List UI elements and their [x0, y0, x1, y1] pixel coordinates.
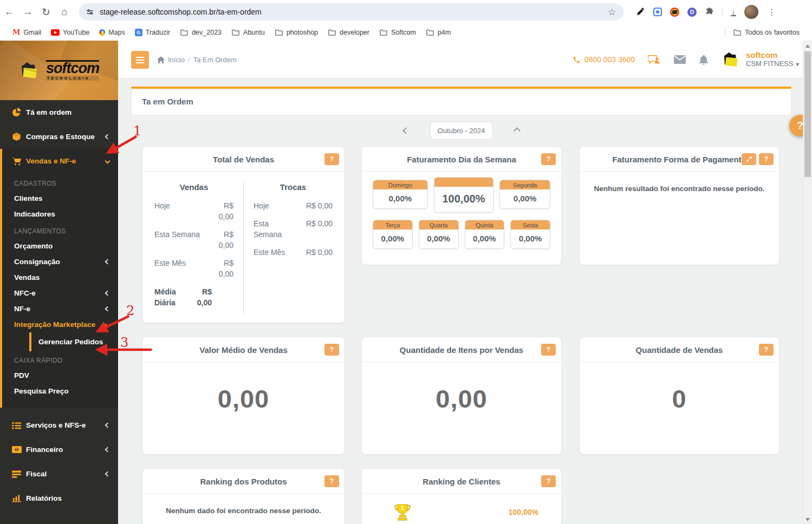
- page-panel-header: Ta em Ordem: [131, 87, 791, 115]
- day-tile-terca: Terça 0,00%: [373, 220, 413, 249]
- document-rows-icon: [12, 470, 26, 478]
- chat-support-icon[interactable]: [648, 54, 661, 65]
- browser-menu-icon[interactable]: ⋮: [768, 7, 776, 17]
- breadcrumb-separator: /: [188, 56, 190, 64]
- url-text[interactable]: stage-release.softcomshop.com.br/ta-em-o…: [100, 8, 603, 16]
- help-icon[interactable]: ?: [324, 153, 339, 165]
- previous-month-icon[interactable]: [402, 127, 410, 134]
- cart-icon: [12, 157, 26, 166]
- vendas-header: Vendas: [154, 182, 233, 192]
- sidebar-item-servicos-e-nfse[interactable]: Serviços e NFS-e: [0, 413, 118, 437]
- sidebar-item-ta-em-ordem[interactable]: Tá em ordem: [0, 100, 118, 125]
- sidebar-item-indicadores[interactable]: Indicadores: [2, 206, 118, 222]
- bookmark-youtube[interactable]: YouTube: [46, 29, 94, 36]
- sidebar-logo: softcom TECNOLOGIA: [0, 41, 118, 100]
- bookmark-folder-photoshop[interactable]: photoshop: [270, 29, 323, 36]
- sidebar-item-gerenciar-pedidos[interactable]: Gerenciar Pedidos: [29, 332, 118, 351]
- scrollbar-thumb[interactable]: [804, 51, 811, 177]
- d-extension-icon[interactable]: D: [687, 8, 697, 17]
- scrollbar-up-arrow[interactable]: [805, 44, 810, 48]
- day-tile-quarta: Quarta 0,00%: [419, 220, 459, 249]
- month-selector[interactable]: Outubro - 2024: [430, 122, 493, 140]
- month-navigator: Outubro - 2024: [131, 122, 791, 140]
- sidebar-item-fiscal[interactable]: Fiscal: [0, 462, 118, 486]
- stat-row: Este MêsR$ 0,00: [254, 247, 333, 258]
- help-icon[interactable]: ?: [324, 475, 339, 487]
- sidebar-item-orcamento[interactable]: Orçamento: [2, 238, 118, 254]
- sidebar-item-integracao-marketplace[interactable]: Integração Marketplace: [2, 317, 118, 332]
- bookmark-folder-developer[interactable]: developer: [323, 29, 374, 36]
- help-icon[interactable]: ?: [324, 344, 339, 356]
- bookmark-folder-dev2023[interactable]: dev_2023: [175, 29, 226, 36]
- bookmark-folder-abuntu[interactable]: Abuntu: [226, 29, 270, 36]
- folder-icon: [231, 29, 240, 36]
- address-bar[interactable]: stage-release.softcomshop.com.br/ta-em-o…: [79, 3, 623, 21]
- bookmark-star-icon[interactable]: ☆: [608, 6, 616, 18]
- eyedropper-extension-icon[interactable]: [635, 7, 645, 17]
- all-favorites[interactable]: Todos os favoritos: [725, 29, 804, 36]
- vertical-scrollbar[interactable]: [803, 41, 812, 524]
- hamburger-menu-button[interactable]: [131, 51, 149, 69]
- phone-icon: [573, 56, 581, 64]
- bookmark-traduzir[interactable]: GTraduzir: [130, 29, 175, 36]
- downloads-icon[interactable]: ↓: [731, 8, 736, 16]
- logo-text: softcom: [46, 60, 99, 75]
- breadcrumb-home[interactable]: Início: [168, 56, 185, 64]
- sidebar-item-vendas[interactable]: Vendas: [2, 270, 118, 285]
- expand-icon[interactable]: [742, 153, 756, 165]
- folder-icon: [275, 29, 283, 36]
- sidebar-item-pesquisa-preco[interactable]: Pesquisa Preço: [2, 383, 118, 399]
- extensions-puzzle-icon[interactable]: [705, 8, 714, 17]
- support-phone[interactable]: 0800 003 3600: [573, 55, 635, 64]
- back-icon[interactable]: ←: [0, 6, 18, 18]
- site-info-icon[interactable]: [87, 10, 93, 14]
- help-icon[interactable]: ?: [541, 475, 556, 487]
- stat-row: HojeR$ 0,00: [154, 200, 233, 222]
- help-icon[interactable]: ?: [759, 153, 774, 165]
- bookmark-gmail[interactable]: MGmail: [8, 28, 46, 36]
- sidebar-item-vendas-e-nfe[interactable]: Vendas e NF-e: [2, 149, 118, 173]
- help-icon[interactable]: ?: [759, 344, 774, 356]
- stat-row: Esta SemanaR$ 0,00: [254, 218, 333, 240]
- sidebar-item-financeiro[interactable]: $ Financeiro: [0, 437, 118, 462]
- home-icon[interactable]: ⌂: [55, 6, 74, 18]
- screen-capture-extension-icon[interactable]: [653, 8, 662, 16]
- bookmark-folder-p4m[interactable]: p4m: [421, 29, 456, 36]
- vendas-column: Vendas HojeR$ 0,00 Esta SemanaR$ 0,00 Es…: [145, 180, 243, 315]
- card-faturamento-forma-pagamento: Faturamento Forma de Pagamento ? Nenhum …: [579, 146, 779, 265]
- reload-icon[interactable]: ↻: [37, 6, 55, 18]
- svg-text:1: 1: [401, 505, 404, 511]
- next-month-icon[interactable]: [514, 127, 521, 134]
- sidebar-item-consignacao[interactable]: Consignação: [2, 254, 118, 270]
- sidebar-item-clientes[interactable]: Clientes: [2, 191, 118, 206]
- sidebar-item-nfe[interactable]: NF-e: [2, 301, 118, 317]
- bell-icon[interactable]: [699, 54, 709, 65]
- metric-value: 0: [580, 362, 779, 414]
- card-ranking-dos-produtos: Ranking dos Produtos ? Nenhum dado foi e…: [142, 468, 345, 524]
- folder-icon: [180, 29, 189, 36]
- forward-icon[interactable]: →: [18, 6, 37, 18]
- mail-icon[interactable]: [674, 55, 686, 64]
- card-title: Valor Médio de Vendas: [142, 337, 345, 362]
- bookmark-folder-softcom[interactable]: Softcom: [374, 29, 421, 36]
- help-icon[interactable]: ?: [541, 153, 556, 165]
- help-icon[interactable]: ?: [541, 344, 556, 356]
- bookmark-maps[interactable]: Maps: [94, 29, 130, 36]
- sidebar-item-nfce[interactable]: NFC-e: [2, 285, 118, 301]
- folder-icon: [328, 29, 336, 36]
- stat-row: Este MêsR$ 0,00: [154, 258, 233, 279]
- chevron-down-icon: [105, 159, 111, 164]
- profile-avatar[interactable]: [744, 5, 758, 19]
- scrollbar-down-arrow[interactable]: [805, 518, 810, 521]
- card-total-de-vendas: Total de Vendas ? Vendas HojeR$ 0,00 Est…: [142, 146, 345, 323]
- sidebar-item-pdv[interactable]: PDV: [2, 368, 118, 383]
- sidebar-item-compras-e-estoque[interactable]: Compras e Estoque: [0, 125, 118, 149]
- card-title: Faturamento Dia da Semana: [362, 147, 561, 172]
- sidebar-item-relatorios[interactable]: Relatórios: [0, 486, 118, 510]
- account-menu[interactable]: softcom CSM FITNESS ▼: [722, 51, 800, 69]
- chevron-left-icon: [105, 291, 111, 296]
- metric-value: 0,00: [362, 362, 561, 414]
- softcom-extension-icon[interactable]: [670, 8, 679, 17]
- pie-chart-icon: [12, 108, 26, 117]
- bookmarks-bar: MGmail YouTube Maps GTraduzir dev_2023 A…: [0, 24, 812, 41]
